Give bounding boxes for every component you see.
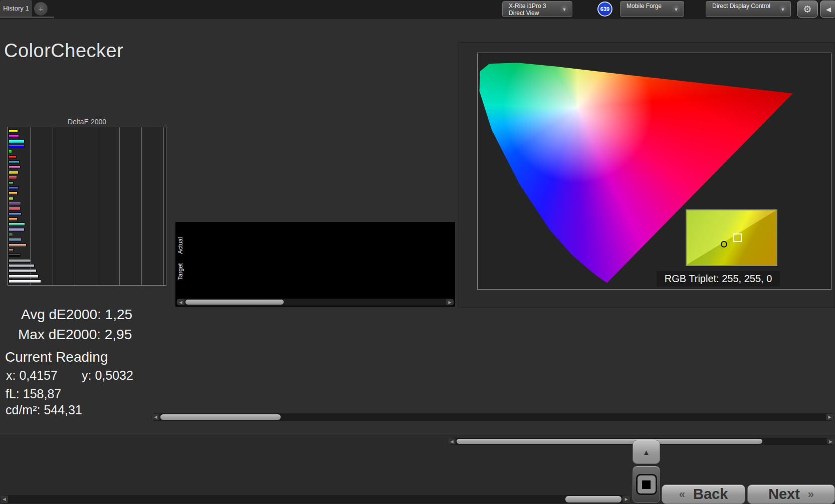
max-de2000-value: Max dE2000: 2,95 xyxy=(18,327,132,343)
cie-zoom-inset xyxy=(686,209,777,266)
measured-point-icon xyxy=(721,241,727,247)
up-arrow-icon: ▲ xyxy=(643,448,650,456)
scroll-right-icon[interactable]: ▶ xyxy=(827,438,834,444)
page-title: ColorChecker xyxy=(4,40,123,62)
de2000-bar-orange-yellow xyxy=(9,191,18,195)
swatch-scrollbar[interactable]: ◀ ▶ xyxy=(176,299,454,306)
scroll-right-icon[interactable]: ▶ xyxy=(446,299,454,305)
scroll-left-icon[interactable]: ◀ xyxy=(177,299,184,305)
de2000-bar-100-cyan xyxy=(9,140,25,143)
meter-dropdown[interactable]: X-Rite i1Pro 3 Direct View ▼ xyxy=(502,1,572,17)
badge-count: 639 xyxy=(600,6,609,12)
target-point-icon xyxy=(733,233,742,242)
de2000-bar-100-blue xyxy=(9,145,25,148)
de2000-bar-orange xyxy=(9,217,18,221)
de2000-bar-100-red xyxy=(9,155,17,159)
de2000-bar-red xyxy=(9,176,17,179)
scrollbar-thumb[interactable] xyxy=(185,300,284,305)
scrollbar-thumb[interactable] xyxy=(160,414,281,420)
cie-gamut-horseshoe xyxy=(478,53,831,289)
measurement-table xyxy=(151,313,835,413)
measurement-count-badge: 639 xyxy=(597,2,612,17)
current-reading-heading: Current Reading xyxy=(5,349,108,365)
de2000-bar-dark-skin xyxy=(9,248,14,252)
de2000-bar-black xyxy=(9,254,21,257)
table-scrollbar[interactable]: ◀ ▶ xyxy=(151,413,834,421)
de2000-bar-green xyxy=(9,181,14,185)
de2000-bar-blue xyxy=(9,186,19,190)
de2000-bar-100-yellow xyxy=(9,129,18,133)
control-name: Direct Display Control xyxy=(712,3,770,10)
history-tab-label: History 1 xyxy=(3,5,29,12)
de2000-bar-purplish-blue xyxy=(9,212,22,216)
gridline xyxy=(141,127,142,285)
source-status-accent xyxy=(622,3,624,15)
scroll-right-icon[interactable]: ▶ xyxy=(826,414,833,420)
meter-mode: Direct View xyxy=(509,10,539,17)
de2000-chart xyxy=(8,127,166,286)
de2000-bar-magenta xyxy=(9,165,21,169)
back-label: Back xyxy=(693,486,728,502)
gridline xyxy=(53,127,53,285)
de2000-bar-gray-65 xyxy=(9,269,37,273)
gridline xyxy=(75,127,75,285)
pattern-bar-bottom-scrollbar[interactable]: ◀ ▶ xyxy=(0,495,631,503)
left-arrow-icon: ◀ xyxy=(826,6,831,13)
de2000-bar-gray-80 xyxy=(9,275,39,278)
reading-y-value: y: 0,5032 xyxy=(82,368,133,383)
de2000-bar-100-green xyxy=(9,150,12,153)
top-bar: History 1 + X-Rite i1Pro 3 Direct View ▼… xyxy=(0,0,835,19)
scrollbar-thumb[interactable] xyxy=(457,439,762,444)
back-button[interactable]: « Back xyxy=(662,484,745,504)
app-window: History 1 + X-Rite i1Pro 3 Direct View ▼… xyxy=(0,0,835,504)
gridline xyxy=(163,127,164,285)
de2000-bar-foliage xyxy=(9,233,13,236)
cie-1976-diagram xyxy=(477,53,831,290)
next-button[interactable]: Next » xyxy=(747,484,835,504)
pattern-window-square-icon xyxy=(642,480,651,489)
scrollbar-thumb[interactable] xyxy=(565,496,621,502)
next-label: Next xyxy=(768,486,800,502)
actual-row-label: Actual xyxy=(177,233,184,258)
de2000-chart-title: DeltaE 2000 xyxy=(8,118,166,126)
add-tab-button[interactable]: + xyxy=(34,2,48,16)
chevron-down-icon[interactable]: ▼ xyxy=(559,5,569,15)
source-name: Mobile Forge xyxy=(627,3,662,10)
de2000-bar-blue-flower xyxy=(9,228,25,231)
de2000-bar-purple xyxy=(9,202,21,205)
reading-cdm2-value: cd/m²: 544,31 xyxy=(6,403,82,417)
back-chevron-icon: « xyxy=(679,488,685,501)
history-tab[interactable]: History 1 xyxy=(0,0,32,17)
tab-strip xyxy=(0,17,54,18)
settings-button[interactable]: ⚙ xyxy=(797,1,818,18)
scroll-left-icon[interactable]: ◀ xyxy=(448,438,456,444)
pattern-list-up-button[interactable]: ▲ xyxy=(633,440,660,464)
reading-x-value: x: 0,4157 xyxy=(6,368,58,383)
scroll-left-icon[interactable]: ◀ xyxy=(152,414,159,420)
de2000-bar-gray-35 xyxy=(9,259,31,263)
meter-name: X-Rite i1Pro 3 xyxy=(509,3,546,10)
control-status-accent xyxy=(708,3,710,15)
chevron-down-icon[interactable]: ▼ xyxy=(778,5,788,15)
meter-status-accent xyxy=(504,3,506,15)
next-chevron-icon: » xyxy=(808,488,814,501)
rgb-triplet-text: RGB Triplet: 255, 255, 0 xyxy=(665,273,772,285)
de2000-bar-gray-50 xyxy=(9,264,35,268)
target-row-label: Target xyxy=(177,260,184,284)
avg-de2000-value: Avg dE2000: 1,25 xyxy=(21,307,132,323)
display-control-dropdown[interactable]: Direct Display Control ▼ xyxy=(706,1,791,17)
scroll-right-icon[interactable]: ▶ xyxy=(622,495,630,503)
scroll-left-icon[interactable]: ◀ xyxy=(1,495,8,503)
chevron-down-icon[interactable]: ▼ xyxy=(671,5,681,15)
pattern-window-frame xyxy=(636,474,657,495)
rgb-triplet-label: RGB Triplet: 255, 255, 0 xyxy=(657,271,780,287)
pattern-source-dropdown[interactable]: Mobile Forge ▼ xyxy=(620,1,684,17)
de2000-bar-moderate-red xyxy=(9,207,21,210)
pattern-window-button[interactable] xyxy=(633,466,660,503)
de2000-bar-white xyxy=(9,280,41,283)
plus-icon: + xyxy=(39,5,43,13)
de2000-bar-bluish-green xyxy=(9,222,25,226)
de2000-bar-yellow xyxy=(9,171,19,174)
gear-icon: ⚙ xyxy=(803,4,811,15)
collapse-panel-button[interactable]: ◀ xyxy=(820,1,835,18)
